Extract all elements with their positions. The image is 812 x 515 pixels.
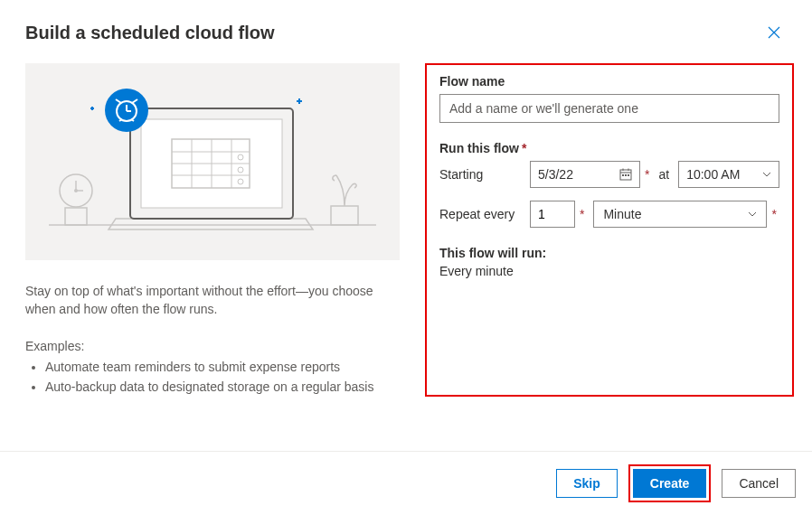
create-button[interactable]: Create — [633, 469, 707, 498]
run-this-flow-label: Run this flow* — [439, 141, 779, 155]
svg-rect-6 — [331, 206, 358, 225]
svg-rect-33 — [628, 174, 629, 176]
list-item: Auto-backup data to designated storage o… — [45, 377, 400, 397]
close-icon — [767, 25, 781, 40]
chevron-down-icon — [748, 210, 757, 219]
at-label: at — [658, 167, 669, 182]
summary-label: This flow will run: — [439, 246, 779, 260]
starting-label: Starting — [439, 167, 530, 182]
svg-rect-31 — [622, 174, 624, 176]
illustration — [25, 63, 400, 260]
form-panel: Flow name Run this flow* Starting 5/3/22… — [425, 63, 794, 397]
close-button[interactable] — [761, 20, 787, 45]
skip-button[interactable]: Skip — [556, 469, 618, 498]
svg-rect-32 — [625, 174, 627, 176]
dialog-title: Build a scheduled cloud flow — [25, 23, 275, 43]
examples-label: Examples: — [25, 339, 400, 353]
starting-date-input[interactable]: 5/3/22 — [530, 161, 640, 188]
svg-rect-5 — [65, 208, 87, 225]
flow-name-input[interactable] — [439, 94, 779, 123]
cancel-button[interactable]: Cancel — [722, 469, 796, 498]
starting-time-select[interactable]: 10:00 AM — [678, 161, 779, 188]
examples-list: Automate team reminders to submit expens… — [25, 357, 400, 398]
calendar-icon — [619, 168, 632, 181]
description-text: Stay on top of what's important without … — [25, 282, 400, 319]
list-item: Automate team reminders to submit expens… — [45, 357, 400, 377]
repeat-every-label: Repeat every — [439, 207, 530, 221]
repeat-value-input[interactable] — [530, 201, 575, 228]
chevron-down-icon — [762, 170, 771, 179]
create-highlight: Create — [628, 464, 712, 502]
dialog-footer: Skip Create Cancel — [0, 451, 812, 515]
summary-text: Every minute — [439, 264, 779, 278]
repeat-unit-select[interactable]: Minute — [593, 201, 767, 228]
flow-name-label: Flow name — [439, 74, 779, 89]
